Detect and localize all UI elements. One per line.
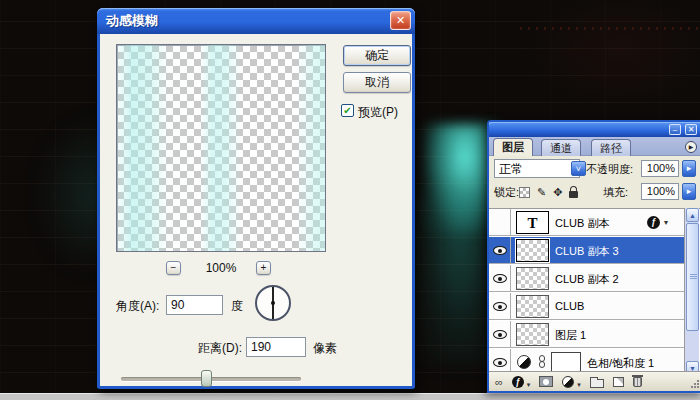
layer-name: 图层 1 xyxy=(555,328,586,343)
background-speckles xyxy=(520,27,700,30)
layers-toolbar: ∞ ƒ ▾ ▾ xyxy=(489,371,700,391)
ok-button[interactable]: 确定 xyxy=(343,45,411,66)
layer-thumbnail xyxy=(516,239,549,262)
layer-style-dropdown-icon: ▾ xyxy=(527,381,531,391)
motion-blur-streaks xyxy=(117,45,325,251)
check-icon: ✔ xyxy=(343,105,351,116)
eye-icon xyxy=(493,358,507,367)
fx-dropdown-icon[interactable]: ▾ xyxy=(664,218,668,227)
link-layers-icon[interactable]: ∞ xyxy=(495,376,503,388)
layer-list: T CLUB 副本 ƒ ▾ CLUB 副本 3 CLUB 副本 2 C xyxy=(489,208,700,375)
chevron-down-icon[interactable]: ˅ xyxy=(571,161,586,176)
panel-resize-grip[interactable] xyxy=(690,379,700,389)
distance-label: 距离(D): xyxy=(198,340,242,357)
distance-input[interactable] xyxy=(246,337,306,357)
dialog-titlebar[interactable]: 动感模糊 ✕ xyxy=(97,8,415,34)
motion-blur-dialog: 动感模糊 ✕ − 100% + 确定 取消 ✔ 预览(P) 角度(A): 度 距… xyxy=(97,8,415,389)
layer-fx-icon[interactable]: ƒ xyxy=(647,216,660,229)
lock-all-icon[interactable] xyxy=(569,191,578,198)
visibility-toggle[interactable] xyxy=(489,237,511,264)
fill-flyout-icon[interactable]: ▸ xyxy=(682,183,696,200)
visibility-toggle[interactable] xyxy=(489,265,511,292)
new-layer-icon[interactable] xyxy=(613,377,624,387)
close-icon[interactable]: ✕ xyxy=(390,11,411,30)
opacity-flyout-icon[interactable]: ▸ xyxy=(682,160,696,177)
visibility-toggle[interactable] xyxy=(489,293,511,320)
lock-position-move-icon[interactable]: ✥ xyxy=(553,186,562,198)
adjustment-dropdown-icon: ▾ xyxy=(577,381,581,391)
close-icon[interactable]: ✕ xyxy=(685,124,697,135)
angle-label: 角度(A): xyxy=(116,298,159,315)
tab-channels[interactable]: 通道 xyxy=(541,139,581,156)
layer-thumbnail xyxy=(516,267,549,290)
preview-checkbox-label: 预览(P) xyxy=(358,104,398,121)
visibility-toggle[interactable] xyxy=(489,321,511,348)
blur-preview-canvas[interactable] xyxy=(116,44,326,252)
eye-icon xyxy=(493,302,507,311)
minimize-icon[interactable]: – xyxy=(669,124,681,135)
layer-row-club-copy-2[interactable]: CLUB 副本 2 xyxy=(489,265,686,292)
layer-name: CLUB 副本 3 xyxy=(555,244,619,259)
dialog-title: 动感模糊 xyxy=(106,12,158,30)
scroll-up-icon[interactable]: ▲ xyxy=(686,208,699,222)
mask-link-icon xyxy=(539,355,546,369)
layer-name: CLUB 副本 2 xyxy=(555,272,619,287)
layer-name: CLUB xyxy=(555,300,584,312)
layer-row-layer-1[interactable]: 图层 1 xyxy=(489,321,686,348)
layers-scrollbar[interactable]: ▲ ▼ xyxy=(684,208,699,375)
layer-row-club-copy[interactable]: T CLUB 副本 ƒ ▾ xyxy=(489,209,686,236)
angle-unit: 度 xyxy=(231,298,243,315)
new-group-icon[interactable] xyxy=(590,379,604,388)
blend-mode-select[interactable]: 正常 ˅ xyxy=(494,159,580,178)
lock-label: 锁定: xyxy=(494,185,519,200)
lock-transparency-icon[interactable] xyxy=(519,187,530,198)
lock-buttons: ✎ ✥ xyxy=(519,185,578,199)
zoom-out-button[interactable]: − xyxy=(166,261,181,275)
fill-value[interactable]: 100% xyxy=(641,183,679,200)
fill-label: 填充: xyxy=(603,185,628,200)
layer-row-club-copy-3[interactable]: CLUB 副本 3 xyxy=(489,237,686,264)
opacity-value[interactable]: 100% xyxy=(641,160,679,177)
blend-mode-value: 正常 xyxy=(499,162,523,176)
panel-tabs: 图层 通道 路径 ▶ xyxy=(489,137,700,156)
text-layer-thumbnail: T xyxy=(516,211,549,234)
layer-thumbnail xyxy=(516,295,549,318)
tab-layers[interactable]: 图层 xyxy=(493,138,533,156)
distance-unit: 像素 xyxy=(313,340,337,357)
panel-menu-icon[interactable]: ▶ xyxy=(685,141,697,153)
lock-pixels-brush-icon[interactable]: ✎ xyxy=(537,186,546,198)
zoom-in-button[interactable]: + xyxy=(256,261,271,275)
taskbar-edge xyxy=(0,393,700,400)
panel-titlebar[interactable]: – ✕ xyxy=(489,122,700,137)
preview-checkbox[interactable]: ✔ xyxy=(341,104,354,117)
layer-style-icon[interactable]: ƒ xyxy=(512,376,524,388)
adjustment-layer-icon xyxy=(517,355,531,369)
layers-panel: – ✕ 图层 通道 路径 ▶ 正常 ˅ 不透明度: 100% ▸ 锁定: ✎ ✥… xyxy=(487,120,700,393)
angle-dial[interactable] xyxy=(255,285,291,321)
scrollbar-thumb[interactable] xyxy=(686,223,699,331)
layer-thumbnail xyxy=(516,323,549,346)
tab-paths[interactable]: 路径 xyxy=(591,139,631,156)
opacity-label: 不透明度: xyxy=(586,162,633,177)
eye-icon xyxy=(493,330,507,339)
adjustment-layer-icon[interactable] xyxy=(562,376,574,388)
angle-input[interactable] xyxy=(166,295,223,315)
layer-mask-thumbnail[interactable] xyxy=(551,352,581,373)
add-layer-mask-icon[interactable] xyxy=(539,376,553,387)
eye-icon xyxy=(493,274,507,283)
delete-layer-icon[interactable] xyxy=(633,377,642,387)
cancel-button[interactable]: 取消 xyxy=(343,72,411,93)
eye-icon xyxy=(493,246,507,255)
layer-name: 色相/饱和度 1 xyxy=(587,356,654,371)
zoom-level: 100% xyxy=(186,261,256,275)
distance-slider-thumb[interactable] xyxy=(201,370,212,387)
photoshop-workspace: 动感模糊 ✕ − 100% + 确定 取消 ✔ 预览(P) 角度(A): 度 距… xyxy=(0,0,700,400)
layer-name: CLUB 副本 xyxy=(555,216,609,231)
visibility-toggle[interactable] xyxy=(489,209,511,236)
layer-row-club[interactable]: CLUB xyxy=(489,293,686,320)
